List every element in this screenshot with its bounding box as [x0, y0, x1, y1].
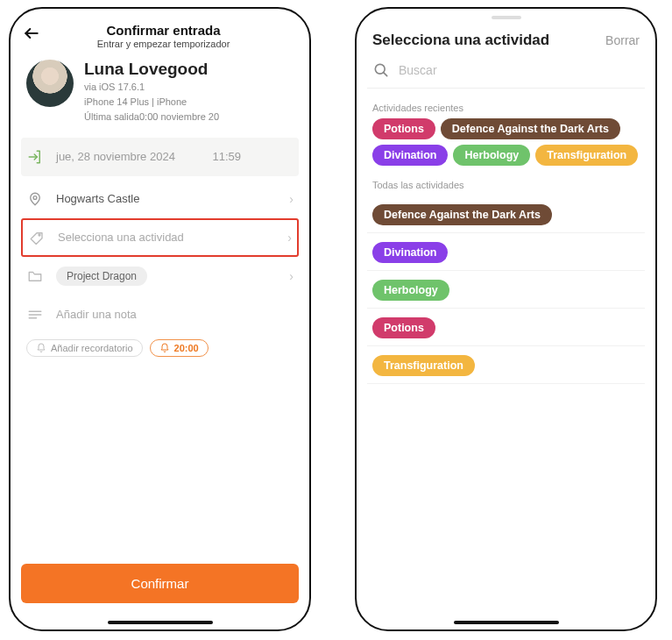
chevron-right-icon: › [289, 269, 294, 283]
recent-label: Actividades recientes [372, 103, 640, 113]
folder-icon [26, 268, 44, 284]
activity-row[interactable]: Selecciona una actividad › [21, 218, 299, 257]
header: Confirmar entrada Entrar y empezar tempo… [21, 23, 299, 49]
phone-left: Confirmar entrada Entrar y empezar tempo… [9, 7, 311, 631]
location-value: Hogwarts Castle [56, 192, 277, 205]
chevron-right-icon: › [289, 192, 294, 206]
activity-chip[interactable]: Transfiguration [372, 355, 475, 376]
search-input[interactable] [399, 63, 640, 77]
activity-chip[interactable]: Divination [372, 145, 448, 166]
list-item[interactable]: Divination [367, 233, 645, 271]
avatar [26, 60, 74, 107]
activity-chip[interactable]: Potions [372, 317, 435, 338]
reminder-time-label: 20:00 [174, 343, 199, 353]
list-item[interactable]: Potions [367, 309, 645, 346]
tag-icon [28, 230, 46, 245]
home-indicator [108, 621, 213, 624]
page-title: Confirmar entrada [28, 23, 299, 38]
bell-icon [36, 343, 46, 353]
note-placeholder: Añadir una nota [56, 308, 294, 321]
search-icon [372, 61, 390, 79]
reminders: Añadir recordatorio 20:00 [21, 339, 299, 357]
add-reminder-button[interactable]: Añadir recordatorio [26, 339, 143, 357]
user-name: Luna Lovegood [84, 60, 219, 79]
user-meta-last: Última salida0:00 noviembre 20 [84, 110, 219, 124]
confirm-button[interactable]: Confirmar [21, 564, 299, 603]
note-icon [26, 307, 44, 323]
list-item[interactable]: Defence Against the Dark Arts [367, 196, 645, 233]
activity-chip[interactable]: Defence Against the Dark Arts [372, 204, 552, 225]
activity-chip[interactable]: Defence Against the Dark Arts [441, 118, 620, 139]
phone-right: Selecciona una actividad Borrar Activida… [355, 7, 657, 631]
activity-chip[interactable]: Herbology [453, 145, 530, 166]
clear-button[interactable]: Borrar [605, 33, 640, 47]
add-reminder-label: Añadir recordatorio [51, 343, 133, 353]
user-meta-device: iPhone 14 Plus | iPhone [84, 96, 219, 109]
activity-chip[interactable]: Transfiguration [535, 145, 638, 166]
recent-activities: PotionsDefence Against the Dark ArtsDivi… [367, 118, 645, 173]
sheet-title: Selecciona una actividad [372, 32, 549, 49]
project-chip: Project Dragon [56, 267, 147, 286]
user-meta-os: via iOS 17.6.1 [84, 81, 219, 94]
date-text: jue, 28 noviembre 2024 [56, 150, 200, 163]
reminder-time-button[interactable]: 20:00 [150, 339, 209, 357]
user-block: Luna Lovegood via iOS 17.6.1 iPhone 14 P… [21, 58, 299, 134]
project-row[interactable]: Project Dragon › [21, 257, 299, 295]
location-row[interactable]: Hogwarts Castle › [21, 180, 299, 218]
svg-point-2 [39, 234, 40, 236]
note-row[interactable]: Añadir una nota [21, 295, 299, 334]
all-activities: Defence Against the Dark ArtsDivinationH… [367, 196, 645, 384]
home-indicator [454, 621, 559, 624]
time-text: 11:59 [212, 150, 294, 163]
bell-icon [159, 343, 170, 353]
activity-chip[interactable]: Herbology [372, 280, 449, 301]
location-icon [26, 191, 44, 207]
activity-chip[interactable]: Divination [372, 242, 448, 263]
svg-line-7 [384, 73, 387, 76]
all-label: Todas las actividades [372, 180, 640, 190]
confirm-label: Confirmar [131, 576, 189, 591]
activity-chip[interactable]: Potions [372, 118, 435, 139]
sheet-grabber[interactable] [492, 16, 521, 19]
activity-placeholder: Selecciona una actividad [58, 231, 275, 244]
page-subtitle: Entrar y empezar temporizador [28, 39, 299, 49]
list-item[interactable]: Herbology [367, 271, 645, 309]
sheet-header: Selecciona una actividad Borrar [367, 32, 645, 58]
date-row[interactable]: jue, 28 noviembre 2024 11:59 [21, 138, 299, 176]
svg-point-1 [33, 196, 37, 199]
chevron-right-icon: › [287, 231, 292, 245]
search-row[interactable] [367, 58, 645, 89]
list-item[interactable]: Transfiguration [367, 346, 645, 384]
enter-icon [26, 149, 44, 165]
